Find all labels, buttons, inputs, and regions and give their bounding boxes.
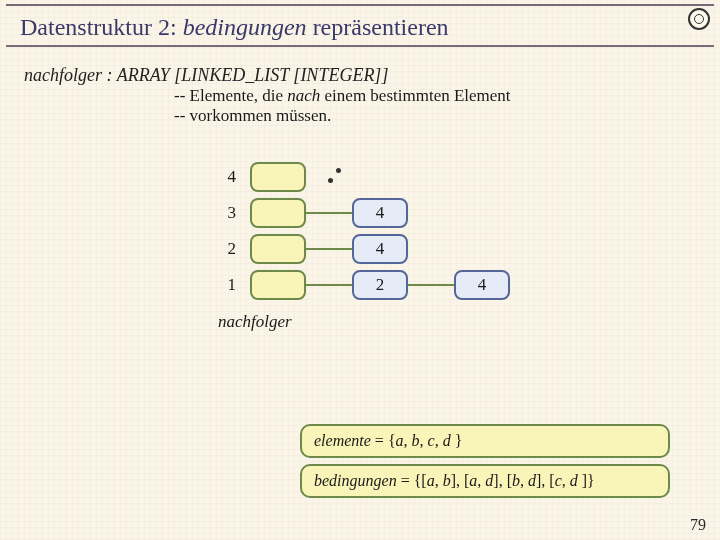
title-ital: bedingungen <box>183 14 307 40</box>
list-node: 2 <box>352 270 408 300</box>
page-number: 79 <box>690 516 706 534</box>
array-slot <box>250 270 306 300</box>
row-label: 1 <box>210 275 236 295</box>
list-node: 4 <box>352 198 408 228</box>
link-connector <box>306 212 352 214</box>
eq2-lhs: bedingungen <box>314 472 397 489</box>
eq1-set: a, b, c, d <box>396 432 451 449</box>
list-node: 4 <box>454 270 510 300</box>
eq2-rhs: = {[a, b], [a, d], [b, d], [c, d ]} <box>397 472 595 489</box>
title-bar: Datenstruktur 2: bedingungen repräsentie… <box>6 4 714 47</box>
list-node: 4 <box>352 234 408 264</box>
row-label: 4 <box>210 167 236 187</box>
row-label: 3 <box>210 203 236 223</box>
diagram-caption: nachfolger <box>218 312 292 332</box>
link-connector <box>306 284 352 286</box>
comment-line-2: -- vorkommen müssen. <box>174 106 720 126</box>
equation-elemente: elemente = {a, b, c, d } <box>300 424 670 458</box>
array-slot <box>250 162 306 192</box>
declaration-line: nachfolger : ARRAY [LINKED_LIST [INTEGER… <box>24 65 720 86</box>
comment-line-1: -- Elemente, die nach einem bestimmten E… <box>174 86 720 106</box>
c1-post: einem bestimmten Element <box>320 86 510 105</box>
slide-badge-icon <box>688 8 710 30</box>
link-connector <box>408 284 454 286</box>
declaration-block: nachfolger : ARRAY [LINKED_LIST [INTEGER… <box>24 65 720 126</box>
c1-ital: nach <box>287 86 320 105</box>
decl-type: : ARRAY [LINKED_LIST [INTEGER]] <box>102 65 388 85</box>
terminator-dot <box>328 178 333 183</box>
array-slot <box>250 198 306 228</box>
slide-title: Datenstruktur 2: bedingungen repräsentie… <box>20 14 700 41</box>
eq1-eq: = { <box>371 432 396 449</box>
title-pre: Datenstruktur 2: <box>20 14 183 40</box>
eq1-close: } <box>451 432 463 449</box>
terminator-dot <box>336 168 341 173</box>
equations-block: elemente = {a, b, c, d } bedingungen = {… <box>300 418 670 498</box>
decl-name: nachfolger <box>24 65 102 85</box>
array-diagram: 4 3 4 2 4 1 2 4 nachfolger <box>210 160 630 340</box>
eq1-lhs: elemente <box>314 432 371 449</box>
row-label: 2 <box>210 239 236 259</box>
title-post: repräsentieren <box>307 14 449 40</box>
array-slot <box>250 234 306 264</box>
link-connector <box>306 248 352 250</box>
c1-pre: -- Elemente, die <box>174 86 287 105</box>
equation-bedingungen: bedingungen = {[a, b], [a, d], [b, d], [… <box>300 464 670 498</box>
